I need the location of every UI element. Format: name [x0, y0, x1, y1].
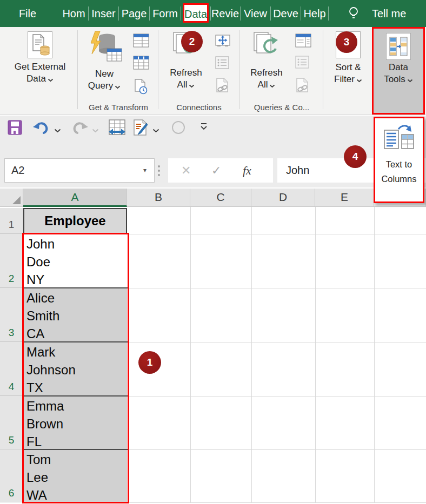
formula-buttons: ✕ ✓ fx	[168, 158, 273, 183]
annotation-bubble-4: 4	[344, 145, 367, 168]
row-header-1[interactable]: 1	[0, 208, 23, 234]
cell-line: WA	[26, 486, 127, 504]
gridline	[190, 207, 191, 502]
undo-button[interactable]	[32, 121, 50, 137]
tab-help[interactable]: Help	[301, 0, 328, 27]
shape-circle-button[interactable]	[172, 121, 185, 134]
button-label: All	[242, 79, 291, 91]
cell-a3[interactable]: Alice Smith CA	[23, 288, 127, 342]
from-table-icon[interactable]	[133, 56, 149, 72]
button-label: Data	[4, 73, 76, 85]
redo-button[interactable]	[71, 121, 89, 137]
cell-line: CA	[26, 325, 127, 342]
refresh-all-icon	[250, 56, 283, 66]
group-separator	[239, 30, 240, 109]
cell-border	[23, 287, 128, 288]
text-to-columns-icon	[382, 124, 416, 154]
name-box-dropdown-icon[interactable]: ▾	[143, 159, 147, 182]
column-header-c[interactable]: C	[190, 189, 251, 207]
autofit-column-width-button[interactable]	[108, 119, 127, 139]
row-header-2[interactable]: 2	[0, 234, 23, 288]
column-header-e[interactable]: E	[315, 189, 374, 207]
cell-line: TX	[26, 379, 127, 397]
button-label: All	[161, 79, 211, 91]
tab-formulas[interactable]: Form	[150, 0, 181, 27]
tell-me-button[interactable]: Tell me	[372, 0, 415, 27]
tab-data[interactable]: Data	[183, 3, 209, 23]
save-button[interactable]	[8, 120, 22, 137]
cell-line: NY	[26, 271, 127, 288]
gridline	[374, 207, 375, 502]
tab-developer[interactable]: Deve	[271, 0, 301, 27]
refresh-all-icon	[169, 56, 203, 66]
data-tools-button[interactable]: Data Tools	[372, 27, 425, 115]
cell-line: Emma	[26, 397, 127, 415]
tab-page-layout[interactable]: Page	[119, 0, 149, 27]
cell-line: Alice	[26, 289, 127, 307]
row-header-3[interactable]: 3	[0, 288, 23, 342]
cell-line: Lee	[26, 468, 127, 486]
refresh-all-button-queries[interactable]: Refresh All	[242, 30, 291, 91]
show-queries-icon[interactable]	[133, 33, 149, 50]
cell-a1[interactable]: Employee	[23, 208, 127, 234]
connections-icon[interactable]	[215, 35, 230, 50]
row-header-5[interactable]: 5	[0, 396, 23, 449]
select-all-button[interactable]	[0, 189, 23, 207]
cell-line: Johnson	[26, 361, 127, 379]
data-tools-icon	[386, 33, 411, 60]
connections-small-buttons	[212, 27, 236, 108]
text-to-columns-menu-item[interactable]: Text to Columns	[374, 117, 424, 203]
cell-line: Brown	[26, 415, 127, 433]
ribbon: Get External Data New Query	[0, 27, 426, 115]
recent-sources-icon[interactable]	[133, 79, 148, 97]
tab-separator	[118, 6, 119, 21]
properties-icon[interactable]	[215, 56, 229, 71]
undo-dropdown-chevron-icon[interactable]	[54, 125, 61, 135]
button-label: Data	[374, 62, 423, 73]
column-header-d[interactable]: D	[251, 189, 315, 207]
cell-a6[interactable]: Tom Lee WA	[23, 450, 127, 502]
cell-border	[23, 341, 128, 342]
cell-a2[interactable]: John Doe NY	[23, 234, 127, 288]
customize-qat-button[interactable]	[200, 122, 208, 134]
button-label: Tools	[374, 73, 423, 86]
new-query-button[interactable]: New Query	[80, 30, 129, 92]
redo-dropdown-chevron-icon[interactable]	[92, 125, 99, 135]
tab-review[interactable]: Revie	[210, 0, 240, 27]
button-label: Sort &	[324, 62, 372, 73]
tab-view[interactable]: View	[241, 0, 270, 27]
tab-home[interactable]: Hom	[59, 0, 88, 27]
row-header-4[interactable]: 4	[0, 342, 23, 396]
enter-icon[interactable]: ✓	[211, 158, 221, 183]
cell-line: Tom	[26, 451, 127, 468]
formula-bar-resize-handle[interactable]	[157, 163, 161, 179]
lightbulb-icon[interactable]	[347, 6, 360, 23]
row-header-6[interactable]: 6	[0, 449, 23, 502]
cell-a4[interactable]: Mark Johnson TX	[23, 342, 127, 396]
properties-icon[interactable]	[295, 56, 309, 71]
button-label: Filter	[324, 73, 372, 86]
group-separator	[77, 30, 78, 109]
column-header-a[interactable]: A	[23, 189, 127, 207]
insert-function-icon[interactable]: fx	[243, 158, 251, 183]
dropdown-chevron-icon	[407, 74, 413, 86]
tab-file[interactable]: File	[11, 0, 44, 27]
name-box[interactable]: A2 ▾	[4, 158, 155, 183]
dropdown-chevron-icon	[48, 73, 54, 85]
dropdown-chevron-icon	[269, 79, 275, 91]
tab-separator	[328, 6, 329, 21]
queries-pane-icon[interactable]	[295, 33, 311, 50]
cancel-icon[interactable]: ✕	[181, 158, 191, 183]
get-external-data-button[interactable]: Get External Data	[4, 31, 76, 85]
edit-links-icon[interactable]	[295, 78, 309, 96]
column-header-b[interactable]: B	[127, 189, 190, 207]
tab-insert[interactable]: Inser	[89, 0, 118, 27]
excel-window: File Hom Inser Page Form Data Revie View…	[0, 0, 426, 504]
cell-a5[interactable]: Emma Brown FL	[23, 397, 127, 449]
edit-form-dropdown-chevron-icon[interactable]	[152, 125, 159, 135]
edit-form-button[interactable]	[132, 119, 149, 139]
cell-line: Doe	[26, 253, 127, 271]
tab-separator	[88, 6, 89, 21]
button-label: New	[80, 68, 129, 80]
edit-links-icon[interactable]	[215, 78, 229, 96]
